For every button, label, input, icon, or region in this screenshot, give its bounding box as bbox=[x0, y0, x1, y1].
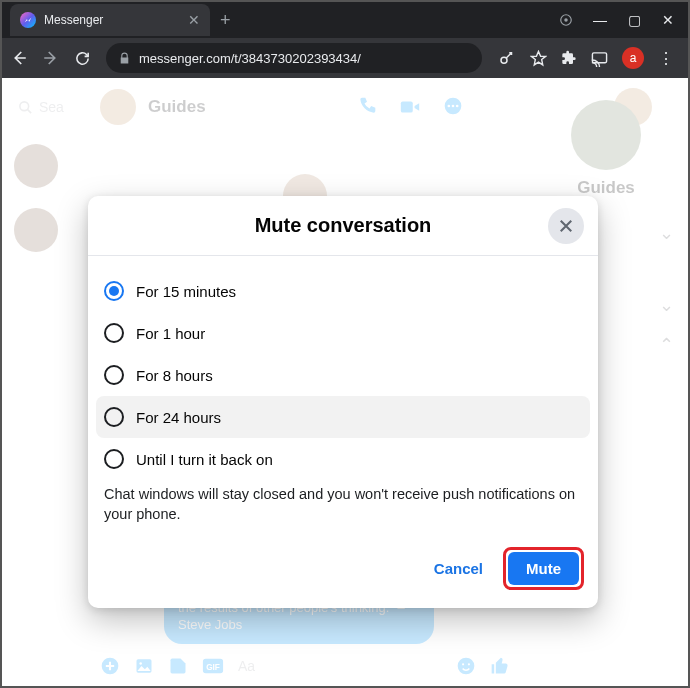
browser-chrome: Messenger ✕ + — ▢ ✕ messenger.com/t/3843… bbox=[2, 2, 688, 78]
mute-conversation-modal: Mute conversation For 15 minutesFor 1 ho… bbox=[88, 196, 598, 608]
mute-option-label: For 8 hours bbox=[136, 367, 213, 384]
lock-icon bbox=[118, 52, 131, 65]
mute-option-row[interactable]: Until I turn it back on bbox=[104, 438, 582, 480]
modal-description: Chat windows will stay closed and you wo… bbox=[104, 480, 582, 535]
address-bar: messenger.com/t/3843730202393434/ a ⋮ bbox=[2, 38, 688, 78]
browser-tab[interactable]: Messenger ✕ bbox=[10, 4, 210, 36]
modal-close-button[interactable] bbox=[548, 208, 584, 244]
nav-back-icon[interactable] bbox=[10, 49, 32, 67]
radio-icon bbox=[104, 281, 124, 301]
mute-option-label: For 1 hour bbox=[136, 325, 205, 342]
profile-avatar[interactable]: a bbox=[622, 47, 644, 69]
new-tab-button[interactable]: + bbox=[220, 10, 231, 31]
mute-option-row[interactable]: For 15 minutes bbox=[104, 270, 582, 312]
mute-option-row[interactable]: For 1 hour bbox=[104, 312, 582, 354]
cast-icon[interactable] bbox=[591, 50, 608, 67]
window-maximize-icon[interactable]: ▢ bbox=[620, 12, 648, 28]
cancel-button[interactable]: Cancel bbox=[420, 552, 497, 585]
radio-icon bbox=[104, 407, 124, 427]
mute-button-highlight: Mute bbox=[503, 547, 584, 590]
kebab-menu-icon[interactable]: ⋮ bbox=[658, 49, 674, 68]
modal-header: Mute conversation bbox=[88, 196, 598, 256]
modal-body: For 15 minutesFor 1 hourFor 8 hoursFor 2… bbox=[88, 256, 598, 537]
svg-point-1 bbox=[564, 18, 568, 22]
key-icon[interactable] bbox=[498, 49, 516, 67]
svg-rect-3 bbox=[592, 52, 606, 62]
radio-icon bbox=[104, 365, 124, 385]
omnibox[interactable]: messenger.com/t/3843730202393434/ bbox=[106, 43, 482, 73]
mute-option-label: Until I turn it back on bbox=[136, 451, 273, 468]
tab-title: Messenger bbox=[44, 13, 180, 27]
bookmark-star-icon[interactable] bbox=[530, 50, 547, 67]
nav-reload-icon[interactable] bbox=[74, 50, 96, 67]
mute-option-label: For 24 hours bbox=[136, 409, 221, 426]
mute-option-label: For 15 minutes bbox=[136, 283, 236, 300]
tab-close-icon[interactable]: ✕ bbox=[188, 12, 200, 28]
url-text: messenger.com/t/3843730202393434/ bbox=[139, 51, 361, 66]
tab-strip: Messenger ✕ + — ▢ ✕ bbox=[2, 2, 688, 38]
modal-title: Mute conversation bbox=[255, 214, 432, 237]
modal-footer: Cancel Mute bbox=[88, 537, 598, 608]
window-minimize-icon[interactable]: — bbox=[586, 12, 614, 28]
radio-icon bbox=[104, 323, 124, 343]
window-controls: — ▢ ✕ bbox=[552, 12, 688, 28]
window-close-icon[interactable]: ✕ bbox=[654, 12, 682, 28]
mute-option-row[interactable]: For 8 hours bbox=[104, 354, 582, 396]
close-icon bbox=[557, 217, 575, 235]
mute-option-row[interactable]: For 24 hours bbox=[96, 396, 590, 438]
account-chip-icon[interactable] bbox=[552, 12, 580, 28]
toolbar-right: a ⋮ bbox=[492, 47, 680, 69]
messenger-favicon bbox=[20, 12, 36, 28]
extensions-icon[interactable] bbox=[561, 50, 577, 66]
svg-point-2 bbox=[501, 57, 507, 63]
radio-icon bbox=[104, 449, 124, 469]
nav-forward-icon bbox=[42, 49, 64, 67]
mute-button[interactable]: Mute bbox=[508, 552, 579, 585]
avatar-letter: a bbox=[630, 51, 637, 65]
